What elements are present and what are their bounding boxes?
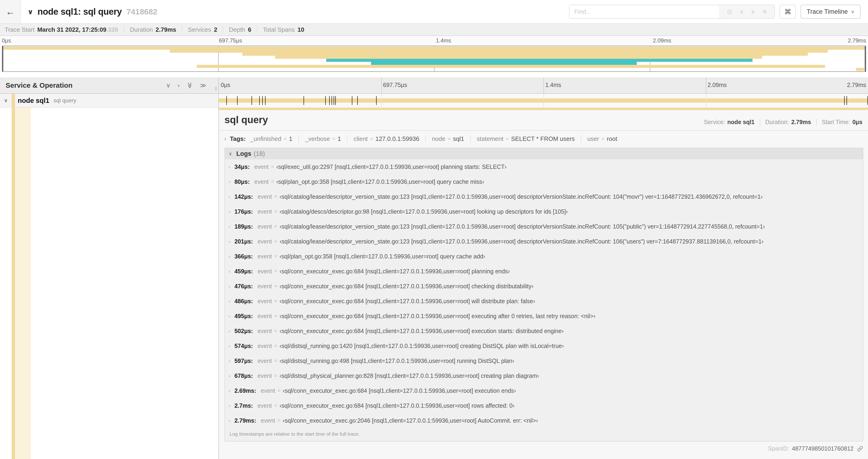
find-next-icon[interactable]: ∨ [751, 8, 755, 15]
tick-label: 1.4ms [545, 81, 561, 88]
find-clear-icon[interactable]: ✕ [762, 8, 768, 15]
aim-icon[interactable]: ◎ [727, 8, 733, 15]
link-icon[interactable] [857, 446, 863, 452]
log-field-key: event [254, 163, 269, 170]
log-expander-chevron-icon[interactable]: › [229, 388, 230, 393]
tree-collapse-controls: ∨ › ≫ ≫ [166, 82, 213, 89]
log-expander-chevron-icon[interactable]: › [229, 299, 230, 304]
log-expander-chevron-icon[interactable]: › [229, 209, 230, 214]
span-name-cell[interactable]: ∨ node sql1 sql query [0, 94, 219, 108]
log-timestamp: 201μs: [235, 238, 253, 245]
find-input[interactable] [569, 5, 719, 18]
minimap-left-scrubber[interactable] [2, 46, 3, 71]
tag-key: statement [477, 135, 503, 142]
log-field-value: ‹sql/distsql_running.go:498 [nsql1,clien… [280, 358, 514, 364]
log-equals: = [274, 328, 277, 334]
log-expander-chevron-icon[interactable]: › [229, 403, 230, 408]
log-expander-chevron-icon[interactable]: › [229, 328, 230, 334]
view-selector-button[interactable]: Trace Timeline ∨ [801, 5, 861, 19]
log-entry-row[interactable]: › 366μs: event = ‹sql/plan_opt.go:358 [n… [225, 249, 863, 264]
log-equals: = [274, 283, 277, 289]
log-field-value: ‹sql/conn_executor_exec.go:684 [nsql1,cl… [280, 328, 563, 334]
expand-one-icon[interactable]: › [178, 82, 180, 89]
minimap-span-bar [275, 56, 762, 59]
log-timestamp: 495μs: [235, 313, 253, 320]
log-field-value: ‹sql/catalog/lease/descriptor_version_st… [280, 223, 765, 230]
log-expander-chevron-icon[interactable]: › [229, 373, 230, 379]
tag-item[interactable]: client = 127.0.0.1:59936 [347, 135, 425, 142]
tag-item[interactable]: node = sql1 [425, 135, 470, 142]
back-button[interactable]: ← [0, 0, 21, 23]
log-entry-row[interactable]: › 2.69ms: event = ‹sql/conn_executor_exe… [225, 383, 863, 398]
log-marker [262, 96, 263, 105]
minimap-canvas[interactable] [2, 46, 866, 72]
log-marker [376, 96, 377, 105]
log-expander-chevron-icon[interactable]: › [229, 194, 230, 199]
log-expander-chevron-icon[interactable]: › [229, 343, 230, 349]
log-entry-row[interactable]: › 80μs: event = ‹sql/plan_opt.go:358 [ns… [225, 174, 863, 189]
span-expander-chevron-icon[interactable]: ∨ [0, 97, 12, 104]
log-timestamp: 502μs: [235, 328, 253, 334]
logs-collapse-chevron-icon[interactable]: ∨ [229, 151, 232, 157]
log-entry-row[interactable]: › 495μs: event = ‹sql/conn_executor_exec… [225, 308, 863, 324]
log-entry-row[interactable]: › 486μs: event = ‹sql/conn_executor_exec… [225, 294, 863, 308]
keyboard-shortcuts-button[interactable]: ⌘ [780, 5, 796, 19]
collapse-trace-chevron-icon[interactable]: ∨ [28, 8, 33, 16]
log-timestamp: 678μs: [235, 372, 253, 379]
log-equals: = [271, 179, 274, 185]
log-timestamp: 142μs: [235, 193, 253, 200]
log-entry-row[interactable]: › 142μs: event = ‹sql/catalog/lease/desc… [225, 189, 863, 204]
log-entry-row[interactable]: › 597μs: event = ‹sql/distsql_running.go… [225, 353, 863, 368]
log-field-key: event [257, 193, 272, 200]
log-expander-chevron-icon[interactable]: › [229, 269, 230, 274]
log-marker [251, 96, 252, 105]
span-tree-column [0, 108, 219, 459]
tag-item[interactable]: statement = SELECT * FROM users [470, 135, 581, 142]
trace-info-item: Services 2 [182, 26, 217, 33]
find-prev-icon[interactable]: ∧ [739, 8, 744, 15]
service-label: Service: [704, 119, 725, 126]
log-entry-row[interactable]: › 459μs: event = ‹sql/conn_executor_exec… [225, 264, 863, 279]
collapse-all-icon[interactable]: ≫ [186, 82, 193, 88]
log-entry-row[interactable]: › 2.79ms: event = ‹sql/conn_executor_exe… [225, 413, 863, 428]
column-resizer-grip[interactable]: ‖ [215, 86, 217, 92]
tick-label: 2.09ms [653, 37, 671, 44]
log-expander-chevron-icon[interactable]: › [229, 418, 230, 423]
log-expander-chevron-icon[interactable]: › [229, 314, 230, 319]
trace-info-muted: .326 [106, 26, 118, 33]
tag-item[interactable]: _verbose = 1 [299, 135, 347, 142]
tag-item[interactable]: _unfinished = 1 [250, 135, 299, 142]
log-entry-row[interactable]: › 574μs: event = ‹sql/distsql_running.go… [225, 338, 863, 353]
span-bar-cell[interactable] [219, 94, 868, 108]
tag-item[interactable]: user = root [581, 135, 623, 142]
logs-header[interactable]: ∨ Logs (18) [225, 148, 863, 159]
log-entry-row[interactable]: › 476μs: event = ‹sql/conn_executor_exec… [225, 279, 863, 294]
log-expander-chevron-icon[interactable]: › [229, 284, 230, 289]
log-expander-chevron-icon[interactable]: › [229, 358, 230, 364]
tick-label: 2.09ms [708, 81, 727, 88]
log-timestamp: 176μs: [235, 208, 253, 215]
log-equals: = [277, 418, 280, 424]
log-expander-chevron-icon[interactable]: › [229, 239, 230, 244]
log-expander-chevron-icon[interactable]: › [229, 164, 230, 170]
log-entry-row[interactable]: › 678μs: event = ‹sql/distsql_physical_p… [225, 368, 863, 383]
log-entry-row[interactable]: › 34μs: event = ‹sql/exec_util.go:2297 [… [225, 159, 863, 174]
log-expander-chevron-icon[interactable]: › [229, 254, 230, 259]
minimap-right-scrubber[interactable] [865, 46, 866, 71]
log-entry-row[interactable]: › 201μs: event = ‹sql/catalog/lease/desc… [225, 234, 863, 249]
log-entry-row[interactable]: › 502μs: event = ‹sql/conn_executor_exec… [225, 324, 863, 338]
expand-all-icon[interactable]: ≫ [200, 82, 206, 89]
tag-value: sql1 [453, 135, 464, 142]
log-expander-chevron-icon[interactable]: › [229, 179, 230, 185]
collapse-one-icon[interactable]: ∨ [166, 82, 170, 89]
log-entry-row[interactable]: › 189μs: event = ‹sql/catalog/lease/desc… [225, 219, 863, 234]
log-timestamp: 486μs: [235, 298, 253, 305]
log-field-value: ‹sql/conn_executor_exec.go:684 [nsql1,cl… [280, 283, 533, 290]
tags-expander-chevron-icon[interactable]: › [224, 136, 226, 142]
log-entry-row[interactable]: › 2.7ms: event = ‹sql/conn_executor_exec… [225, 398, 863, 413]
log-expander-chevron-icon[interactable]: › [229, 224, 230, 229]
log-field-value: ‹sql/conn_executor_exec.go:684 [nsql1,cl… [283, 387, 516, 394]
tags-row[interactable]: › Tags: _unfinished = 1 _verbose = 1 cli… [219, 131, 868, 147]
log-entry-row[interactable]: › 176μs: event = ‹sql/catalog/descs/desc… [225, 204, 863, 219]
span-operation-name: sql query [54, 97, 76, 104]
